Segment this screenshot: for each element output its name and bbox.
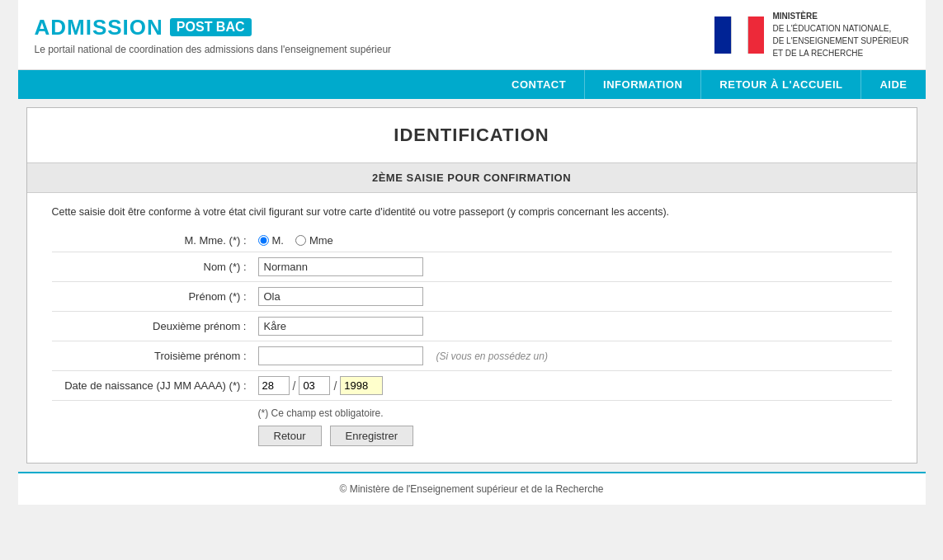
gov-flag [714, 16, 764, 54]
nav-contact[interactable]: CONTACT [493, 70, 585, 99]
nav-retour[interactable]: RETOUR À L'ACCUEIL [701, 70, 861, 99]
date-aaaa-input[interactable] [340, 376, 383, 395]
date-jj-input[interactable] [258, 376, 290, 395]
radio-m-label: M. [272, 234, 284, 247]
deuxieme-prenom-label: Deuxième prénom : [52, 320, 258, 332]
troisieme-prenom-row: Troisième prénom : (Si vous en possédez … [52, 341, 892, 371]
date-naissance-field: / / [258, 376, 892, 395]
troisieme-prenom-hint: (Si vous en possédez un) [436, 351, 548, 362]
logo-area: ADMISSION POST BAC Le portail national d… [35, 15, 392, 55]
troisieme-prenom-field: (Si vous en possédez un) [258, 346, 892, 365]
footer: © Ministère de l'Enseignement supérieur … [18, 472, 926, 505]
deuxieme-prenom-input[interactable] [258, 317, 423, 336]
required-note: (*) Ce champ est obligatoire. [258, 407, 892, 419]
gov-area: MINISTÈRE DE L'ÉDUCATION NATIONALE, DE L… [714, 10, 908, 59]
radio-m[interactable]: M. [258, 234, 284, 247]
nav-information[interactable]: INFORMATION [585, 70, 701, 99]
troisieme-prenom-label: Troisième prénom : [52, 350, 258, 362]
civility-label: M. Mme. (*) : [52, 234, 258, 247]
section-header: 2ÈME SAISIE POUR CONFIRMATION [27, 162, 917, 193]
civility-row: M. Mme. (*) : M. Mme [52, 229, 892, 252]
radio-mme-input[interactable] [295, 235, 306, 246]
logo-badge: POST BAC [170, 18, 252, 36]
nom-row: Nom (*) : [52, 252, 892, 282]
prenom-label: Prénom (*) : [52, 290, 258, 303]
logo-text: ADMISSION POST BAC [35, 15, 392, 40]
radio-mme[interactable]: Mme [295, 234, 333, 247]
notice-text: Cette saisie doit être conforme à votre … [52, 206, 892, 218]
prenom-field [258, 287, 892, 306]
logo-admission: ADMISSION [35, 15, 163, 40]
logo-subtitle: Le portail national de coordination des … [35, 44, 392, 55]
page-title: IDENTIFICATION [44, 125, 900, 146]
deuxieme-prenom-row: Deuxième prénom : [52, 312, 892, 341]
radio-m-input[interactable] [258, 235, 269, 246]
prenom-row: Prénom (*) : [52, 282, 892, 312]
radio-mme-label: Mme [309, 234, 333, 247]
prenom-input[interactable] [258, 287, 423, 306]
nom-label: Nom (*) : [52, 261, 258, 273]
date-sep-2: / [333, 379, 337, 393]
footer-text: © Ministère de l'Enseignement supérieur … [340, 483, 604, 495]
gov-text: MINISTÈRE DE L'ÉDUCATION NATIONALE, DE L… [772, 10, 908, 59]
content-wrapper: IDENTIFICATION 2ÈME SAISIE POUR CONFIRMA… [26, 107, 917, 464]
date-sep-1: / [293, 379, 296, 393]
nav-bar: CONTACT INFORMATION RETOUR À L'ACCUEIL A… [18, 70, 926, 99]
date-mm-input[interactable] [299, 376, 330, 395]
date-naissance-row: Date de naissance (JJ MM AAAA) (*) : / / [52, 371, 892, 401]
deuxieme-prenom-field [258, 317, 892, 336]
page-title-area: IDENTIFICATION [27, 108, 917, 162]
nom-input[interactable] [258, 257, 423, 276]
civility-field: M. Mme [258, 234, 892, 247]
button-row: Retour Enregistrer [258, 426, 892, 446]
nav-aide[interactable]: AIDE [861, 70, 925, 99]
retour-button[interactable]: Retour [258, 426, 322, 446]
enregistrer-button[interactable]: Enregistrer [330, 426, 414, 446]
date-naissance-label: Date de naissance (JJ MM AAAA) (*) : [52, 379, 258, 392]
nom-field [258, 257, 892, 276]
troisieme-prenom-input[interactable] [258, 346, 423, 365]
form-area: Cette saisie doit être conforme à votre … [27, 193, 917, 463]
